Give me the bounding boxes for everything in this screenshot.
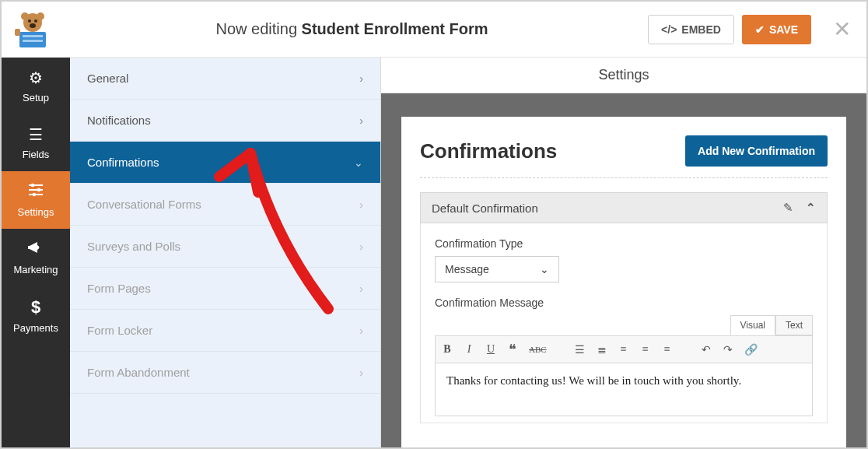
bold-icon[interactable]: B <box>442 343 453 356</box>
gear-icon: ⚙ <box>5 68 67 87</box>
list-icon: ☰ <box>5 125 67 144</box>
undo-icon[interactable]: ↶ <box>701 343 712 356</box>
settings-item-label: Conversational Forms <box>87 198 201 211</box>
add-new-confirmation-button[interactable]: Add New Confirmation <box>685 135 828 167</box>
chevron-right-icon: › <box>359 72 363 85</box>
settings-item-label: General <box>87 72 128 85</box>
settings-item-surveys-and-polls[interactable]: Surveys and Polls› <box>70 226 380 268</box>
settings-item-label: Form Abandonment <box>87 366 190 379</box>
accordion-title: Default Confirmation <box>432 202 538 215</box>
dollar-icon: $ <box>5 297 67 317</box>
svg-rect-16 <box>28 246 30 249</box>
quote-icon[interactable]: ❝ <box>507 341 518 358</box>
sidebar-item-fields[interactable]: ☰ Fields <box>2 114 70 171</box>
svg-point-15 <box>33 193 37 197</box>
sidebar-item-payments[interactable]: $ Payments <box>2 286 70 345</box>
settings-item-form-locker[interactable]: Form Locker› <box>70 310 380 352</box>
editor-tab-visual[interactable]: Visual <box>730 315 775 335</box>
chevron-right-icon: › <box>359 367 363 379</box>
check-icon: ✔ <box>755 23 765 36</box>
svg-point-13 <box>31 184 35 188</box>
svg-rect-8 <box>23 40 43 42</box>
italic-icon[interactable]: I <box>464 343 474 356</box>
svg-rect-9 <box>15 29 20 36</box>
settings-item-label: Confirmations <box>87 156 159 169</box>
svg-point-3 <box>28 19 31 23</box>
editor-content[interactable]: Thanks for contacting us! We will be in … <box>435 363 813 416</box>
editor-tab-text[interactable]: Text <box>775 315 813 335</box>
settings-item-conversational-forms[interactable]: Conversational Forms› <box>70 184 380 226</box>
confirmation-accordion-header[interactable]: Default Confirmation ✎ ⌃ <box>420 192 828 223</box>
redo-icon[interactable]: ↷ <box>723 343 733 356</box>
bullhorn-icon <box>5 240 67 259</box>
settings-item-form-pages[interactable]: Form Pages› <box>70 268 380 310</box>
align-center-icon[interactable]: ≡ <box>640 343 651 356</box>
content-header: Settings <box>381 58 866 93</box>
confirmation-type-label: Confirmation Type <box>435 237 813 250</box>
strike-icon[interactable]: ABC <box>529 345 547 354</box>
settings-item-label: Form Pages <box>87 282 151 295</box>
settings-item-notifications[interactable]: Notifications› <box>70 100 380 142</box>
svg-point-2 <box>37 12 44 20</box>
confirmation-message-label: Confirmation Message <box>435 296 813 309</box>
ol-icon[interactable]: ≣ <box>597 343 607 356</box>
sidebar-item-setup[interactable]: ⚙ Setup <box>2 58 70 114</box>
chevron-right-icon: › <box>359 324 363 337</box>
app-logo <box>9 6 56 53</box>
svg-point-4 <box>34 19 37 23</box>
chevron-right-icon: › <box>359 240 363 253</box>
save-button[interactable]: ✔ SAVE <box>742 15 811 44</box>
underline-icon[interactable]: U <box>485 343 496 356</box>
confirmations-heading: Confirmations <box>420 139 557 163</box>
confirmation-type-select[interactable]: Message ⌄ <box>435 256 559 282</box>
link-icon[interactable]: 🔗 <box>744 343 758 356</box>
align-left-icon[interactable]: ≡ <box>618 343 629 356</box>
settings-item-label: Surveys and Polls <box>87 240 180 253</box>
chevron-right-icon: › <box>359 282 363 295</box>
svg-point-1 <box>21 12 29 20</box>
settings-item-label: Form Locker <box>87 324 152 337</box>
svg-point-5 <box>30 23 36 28</box>
settings-item-label: Notifications <box>87 114 151 127</box>
code-icon: </> <box>661 23 677 36</box>
chevron-up-icon[interactable]: ⌃ <box>806 201 816 215</box>
chevron-down-icon: ⌄ <box>540 263 549 275</box>
sidebar-item-settings[interactable]: Settings <box>2 171 70 229</box>
page-title: Now editing Student Enrollment Form <box>56 20 648 38</box>
close-button[interactable]: ✕ <box>833 19 851 40</box>
editor-toolbar: B I U ❝ ABC ☰ ≣ ≡ ≡ ≡ ↶ ↷ 🔗 <box>435 335 813 363</box>
edit-icon[interactable]: ✎ <box>783 201 793 215</box>
main-sidebar: ⚙ Setup ☰ Fields Settings Marketing $ Pa… <box>2 58 70 447</box>
embed-button[interactable]: </> EMBED <box>648 15 734 44</box>
settings-item-confirmations[interactable]: Confirmations⌄ <box>70 142 380 184</box>
sidebar-item-marketing[interactable]: Marketing <box>2 229 70 286</box>
sliders-icon <box>5 182 67 202</box>
svg-point-14 <box>37 188 41 192</box>
ul-icon[interactable]: ☰ <box>575 343 586 356</box>
settings-item-general[interactable]: General› <box>70 58 380 100</box>
settings-item-form-abandonment[interactable]: Form Abandonment› <box>70 352 380 394</box>
align-right-icon[interactable]: ≡ <box>662 343 673 356</box>
svg-rect-7 <box>23 35 43 37</box>
chevron-right-icon: › <box>359 198 363 211</box>
chevron-down-icon: ⌄ <box>354 156 363 169</box>
chevron-right-icon: › <box>359 114 363 127</box>
